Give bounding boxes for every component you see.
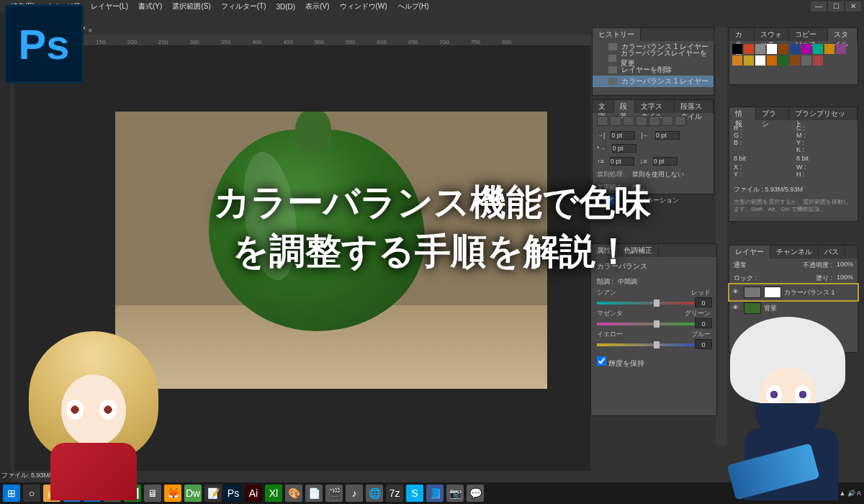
justify-center-icon[interactable]	[649, 116, 660, 126]
taskbar-app-icon[interactable]: ⊞	[3, 485, 20, 502]
indent-first-input[interactable]	[612, 144, 636, 153]
align-right-icon[interactable]	[623, 116, 634, 126]
layer-row-background[interactable]: 👁 背景	[729, 300, 858, 316]
slider-value[interactable]: 0	[695, 297, 712, 307]
tab-info[interactable]: 情報	[729, 107, 756, 120]
slider-value[interactable]: 0	[695, 339, 712, 349]
menu-type[interactable]: 書式(Y)	[138, 1, 162, 12]
space-before-input[interactable]	[610, 157, 634, 166]
color-balance-slider[interactable]	[597, 302, 711, 305]
opacity-value[interactable]: 100%	[837, 261, 853, 270]
visibility-toggle-icon[interactable]: 👁	[732, 304, 741, 312]
layer-row-colorbalance[interactable]: 👁 カラーバランス 1	[729, 284, 858, 300]
tab-brushpreset[interactable]: ブラシプリセット	[789, 107, 858, 120]
style-swatch[interactable]	[767, 44, 777, 54]
color-balance-slider[interactable]	[597, 343, 711, 346]
system-tray[interactable]: ▲ 🔊 A	[840, 490, 861, 497]
fill-value[interactable]: 100%	[837, 274, 853, 283]
tab-character[interactable]: 文字	[593, 100, 614, 113]
menu-3d[interactable]: 3D(D)	[276, 3, 296, 11]
menu-window[interactable]: ウィンドウ(W)	[340, 1, 387, 12]
justify-right-icon[interactable]	[662, 116, 673, 126]
blend-mode-select[interactable]: 通常	[734, 261, 747, 270]
style-swatch[interactable]	[778, 44, 788, 54]
tab-styles[interactable]: スタイル	[828, 28, 858, 41]
taskbar-app-icon[interactable]: 📷	[446, 485, 464, 502]
menu-view[interactable]: 表示(V)	[305, 1, 329, 12]
tab-charstyle[interactable]: 文字スタイル	[635, 100, 675, 113]
indent-left-input[interactable]	[611, 131, 635, 140]
document-canvas[interactable]	[115, 112, 547, 389]
history-item-selected[interactable]: カラーバランス 1 レイヤー	[593, 76, 714, 87]
menu-select[interactable]: 選択範囲(S)	[172, 1, 210, 12]
hyphenation-checkbox[interactable]	[597, 196, 621, 205]
menu-filter[interactable]: フィルター(T)	[221, 1, 266, 12]
tab-layers[interactable]: レイヤー	[729, 246, 770, 258]
taskbar-app-icon[interactable]: 🦊	[164, 485, 181, 502]
minimize-button[interactable]: —	[811, 1, 827, 12]
taskbar-app-icon[interactable]: 💬	[467, 485, 484, 502]
style-swatch[interactable]	[813, 44, 823, 54]
align-left-icon[interactable]	[597, 116, 608, 126]
taskbar-app-icon[interactable]: Xl	[265, 485, 282, 502]
tab-clonesource[interactable]: コピーソース	[789, 28, 828, 41]
taskbar-app-icon[interactable]: 🎨	[285, 485, 302, 502]
tab-channels[interactable]: チャンネル	[770, 246, 819, 258]
taskbar-app-icon[interactable]: Ps	[225, 485, 242, 502]
close-tab-icon[interactable]: ×	[88, 27, 92, 35]
close-button[interactable]: ✕	[845, 1, 861, 12]
indent-right-input[interactable]	[655, 131, 680, 140]
maximize-button[interactable]: ☐	[828, 1, 844, 12]
taskbar-app-icon[interactable]: 🎬	[325, 485, 343, 502]
style-swatch[interactable]	[755, 44, 765, 54]
style-swatch[interactable]	[790, 44, 800, 54]
tab-paths[interactable]: パス	[819, 246, 845, 258]
tab-adjustments[interactable]: 色調補正	[618, 244, 659, 257]
taskbar-app-icon[interactable]: 📄	[305, 485, 323, 502]
tab-color[interactable]: カラー	[729, 28, 755, 41]
taskbar-app-icon[interactable]: Ai	[245, 485, 262, 502]
tab-paragraph[interactable]: 段落	[614, 100, 636, 113]
taskbar-app-icon[interactable]: 📝	[204, 485, 222, 502]
menu-layer[interactable]: レイヤー(L)	[91, 1, 128, 12]
slider-value[interactable]: 0	[695, 318, 712, 328]
visibility-toggle-icon[interactable]: 👁	[732, 288, 741, 297]
tab-swatches[interactable]: スウォッチ	[755, 28, 789, 41]
history-tab[interactable]: ヒストリー	[593, 28, 641, 41]
style-swatch[interactable]	[744, 44, 754, 54]
space-after-input[interactable]	[653, 157, 678, 166]
tab-parastyle[interactable]: 段落スタイル	[675, 100, 714, 113]
tone-select[interactable]: 中間調	[618, 277, 637, 287]
taskbar-app-icon[interactable]: Dw	[184, 485, 202, 502]
style-swatch[interactable]	[836, 44, 846, 54]
taskbar-app-icon[interactable]: 7z	[386, 485, 403, 502]
style-swatch[interactable]	[744, 55, 754, 66]
style-swatch[interactable]	[778, 55, 788, 66]
taskbar-app-icon[interactable]: S	[406, 485, 423, 502]
style-swatch[interactable]	[801, 44, 811, 54]
color-balance-slider[interactable]	[597, 323, 711, 325]
style-swatch[interactable]	[732, 44, 742, 54]
history-item[interactable]: カラーバランスレイヤーを変更	[593, 53, 714, 64]
preserve-luminosity-checkbox[interactable]	[597, 356, 606, 366]
kinsoku-select[interactable]: 禁則を使用しない	[632, 170, 684, 179]
style-swatch[interactable]	[801, 55, 811, 66]
style-swatch[interactable]	[813, 55, 823, 66]
style-swatch[interactable]	[755, 55, 765, 66]
menu-help[interactable]: ヘルプ(H)	[397, 1, 429, 12]
style-swatch[interactable]	[790, 55, 800, 66]
taskbar-app-icon[interactable]: 📘	[426, 485, 444, 502]
photoshop-logo: Ps	[4, 4, 84, 84]
taskbar-app-icon[interactable]: ♪	[346, 485, 363, 502]
justify-all-icon[interactable]	[675, 116, 686, 126]
justify-left-icon[interactable]	[636, 116, 647, 126]
space-before-icon: ↑≡	[597, 158, 604, 165]
align-center-icon[interactable]	[610, 116, 621, 126]
tab-brush[interactable]: ブラシ	[756, 107, 789, 120]
tab-properties[interactable]: 属性	[591, 244, 618, 257]
style-swatch[interactable]	[824, 44, 834, 54]
style-swatch[interactable]	[732, 55, 742, 66]
style-swatch[interactable]	[767, 55, 777, 66]
mojikumi-select[interactable]: なし	[632, 183, 645, 192]
taskbar-app-icon[interactable]: 🌐	[366, 485, 383, 502]
